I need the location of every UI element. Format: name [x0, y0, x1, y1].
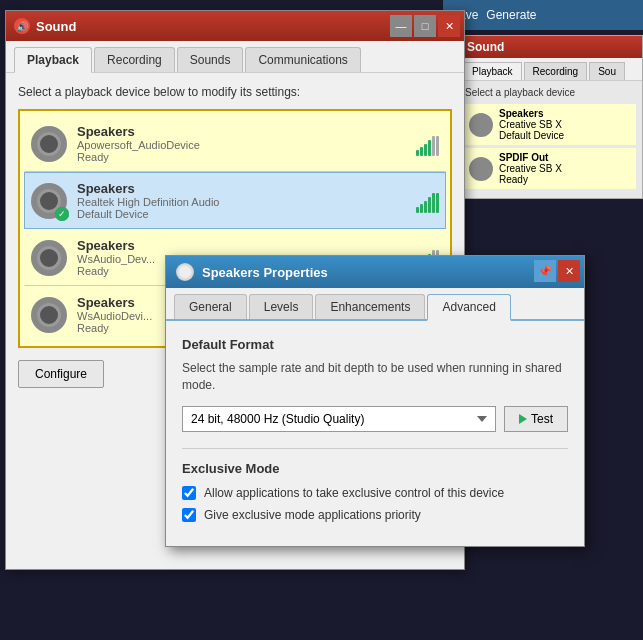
device-info-1: Speakers Apowersoft_AudioDevice Ready [77, 124, 406, 163]
behind-device-status-1: Default Device [499, 130, 564, 141]
vbar-1-2 [420, 147, 423, 156]
speakers-dialog: Speakers Properties 📌 ✕ General Levels E… [165, 255, 585, 547]
behind-device-info-1: Speakers Creative SB X Default Device [499, 108, 564, 141]
behind-sound-panel: Sound Playback Recording Sou Select a pl… [458, 35, 643, 199]
vbar-2-3 [424, 201, 427, 213]
speakers-titlebar-controls: 📌 ✕ [534, 260, 580, 282]
behind-content: Select a playback device Speakers Creati… [459, 81, 642, 198]
default-format-desc: Select the sample rate and bit depth to … [182, 360, 568, 394]
volume-bars-2 [416, 189, 439, 213]
speakers-title-icon [176, 263, 194, 281]
default-check-icon: ✓ [55, 207, 69, 221]
speakers-tab-enhancements[interactable]: Enhancements [315, 294, 425, 319]
speakers-titlebar: Speakers Properties 📌 ✕ [166, 256, 584, 288]
behind-title: Sound [459, 36, 642, 58]
device-item-2[interactable]: ✓ Speakers Realtek High Definition Audio… [24, 172, 446, 229]
speakers-tab-advanced[interactable]: Advanced [427, 294, 510, 321]
device-icon-4 [31, 297, 67, 333]
exclusive-mode-title: Exclusive Mode [182, 461, 568, 476]
divider [182, 448, 568, 449]
device-icon-2: ✓ [31, 183, 67, 219]
exclusive-control-label: Allow applications to take exclusive con… [204, 486, 504, 500]
speakers-tab-general[interactable]: General [174, 294, 247, 319]
behind-device-name-2: SPDIF Out [499, 152, 562, 163]
checkbox-row-2: Give exclusive mode applications priorit… [182, 508, 568, 522]
tab-recording[interactable]: Recording [94, 47, 175, 72]
sound-title: Sound [36, 19, 76, 34]
behind-device-sub-1: Creative SB X [499, 119, 564, 130]
vbar-2-5 [432, 193, 435, 213]
speakers-close-button[interactable]: ✕ [558, 260, 580, 282]
exclusive-control-checkbox[interactable] [182, 486, 196, 500]
device-status-1: Ready [77, 151, 406, 163]
tab-playback[interactable]: Playback [14, 47, 92, 73]
device-icon-inner-1 [37, 132, 61, 156]
vbar-2-2 [420, 204, 423, 213]
device-icon-3 [31, 240, 67, 276]
behind-device-name-1: Speakers [499, 108, 564, 119]
behind-device-status-2: Ready [499, 174, 562, 185]
speakers-tabs: General Levels Enhancements Advanced [166, 288, 584, 321]
device-icon-inner-4 [37, 303, 61, 327]
format-row: 24 bit, 48000 Hz (Studio Quality) 16 bit… [182, 406, 568, 432]
generate-label[interactable]: Generate [486, 8, 536, 22]
sound-close-button[interactable]: ✕ [438, 15, 460, 37]
behind-device-icon-2 [469, 157, 493, 181]
default-format-title: Default Format [182, 337, 568, 352]
checkbox-row-1: Allow applications to take exclusive con… [182, 486, 568, 500]
device-icon-1 [31, 126, 67, 162]
test-button[interactable]: Test [504, 406, 568, 432]
tab-communications[interactable]: Communications [245, 47, 360, 72]
vbar-1-3 [424, 144, 427, 156]
behind-tab-sounds[interactable]: Sou [589, 62, 625, 80]
vbar-2-4 [428, 197, 431, 213]
speakers-content: Default Format Select the sample rate an… [166, 321, 584, 546]
behind-device-1: Speakers Creative SB X Default Device [465, 104, 636, 145]
volume-bars-1 [416, 132, 439, 156]
sound-minimize-button[interactable]: — [390, 15, 412, 37]
device-item-1[interactable]: Speakers Apowersoft_AudioDevice Ready [24, 115, 446, 172]
device-subname-1: Apowersoft_AudioDevice [77, 139, 406, 151]
behind-device-info-2: SPDIF Out Creative SB X Ready [499, 152, 562, 185]
sound-titlebar: 🔊 Sound — □ ✕ [6, 11, 464, 41]
format-select[interactable]: 24 bit, 48000 Hz (Studio Quality) 16 bit… [182, 406, 496, 432]
sound-title-icon: 🔊 [14, 18, 30, 34]
vbar-1-5 [432, 136, 435, 156]
configure-button[interactable]: Configure [18, 360, 104, 388]
vbar-1-6 [436, 136, 439, 156]
sound-maximize-button[interactable]: □ [414, 15, 436, 37]
tab-sounds[interactable]: Sounds [177, 47, 244, 72]
sound-tabs: Playback Recording Sounds Communications [6, 41, 464, 73]
behind-instruction: Select a playback device [465, 87, 636, 98]
device-name-3: Speakers [77, 238, 406, 253]
behind-tab-playback[interactable]: Playback [463, 62, 522, 80]
play-icon [519, 414, 527, 424]
exclusive-priority-checkbox[interactable] [182, 508, 196, 522]
playback-instruction: Select a playback device below to modify… [18, 85, 452, 99]
device-name-1: Speakers [77, 124, 406, 139]
test-label: Test [531, 412, 553, 426]
behind-tab-recording[interactable]: Recording [524, 62, 588, 80]
vbar-1-4 [428, 140, 431, 156]
vbar-1-1 [416, 150, 419, 156]
speakers-tab-levels[interactable]: Levels [249, 294, 314, 319]
behind-device-sub-2: Creative SB X [499, 163, 562, 174]
device-status-2: Default Device [77, 208, 406, 220]
device-icon-inner-3 [37, 246, 61, 270]
browser-toolbar: Save Generate [443, 0, 643, 30]
speakers-pin-button[interactable]: 📌 [534, 260, 556, 282]
sound-titlebar-controls: — □ ✕ [390, 15, 460, 37]
device-icon-inner-2 [37, 189, 61, 213]
device-info-2: Speakers Realtek High Definition Audio D… [77, 181, 406, 220]
behind-device-icon-1 [469, 113, 493, 137]
vbar-2-6 [436, 193, 439, 213]
behind-tabs: Playback Recording Sou [459, 58, 642, 81]
device-name-2: Speakers [77, 181, 406, 196]
exclusive-priority-label: Give exclusive mode applications priorit… [204, 508, 421, 522]
device-subname-2: Realtek High Definition Audio [77, 196, 406, 208]
vbar-2-1 [416, 207, 419, 213]
behind-device-2: SPDIF Out Creative SB X Ready [465, 148, 636, 189]
speakers-title: Speakers Properties [202, 265, 328, 280]
